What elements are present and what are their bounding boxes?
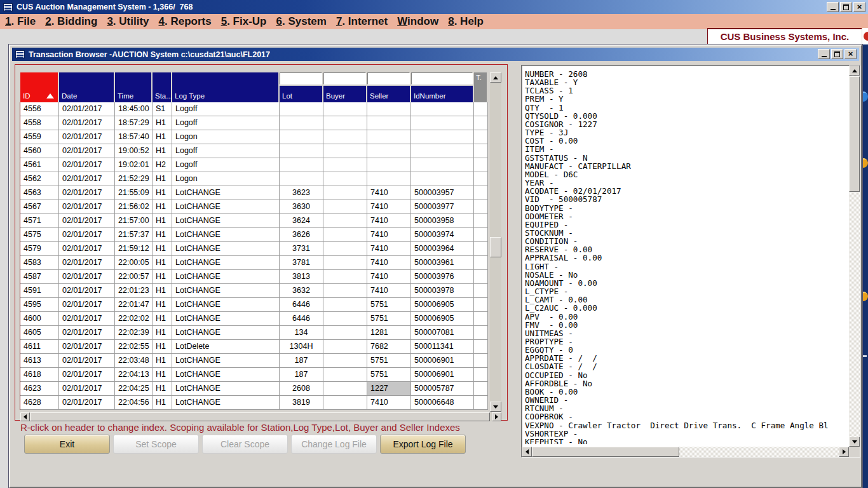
table-cell[interactable] <box>367 116 411 130</box>
table-cell[interactable]: 22:01:47 <box>115 298 153 312</box>
table-cell[interactable]: 500003977 <box>411 200 474 214</box>
table-cell[interactable]: 7682 <box>367 340 411 354</box>
table-cell[interactable]: 500003974 <box>411 228 474 242</box>
menu-item-bidding[interactable]: 2. Bidding <box>45 15 97 28</box>
menu-item-utility[interactable]: 3. Utility <box>107 15 149 28</box>
table-cell[interactable] <box>474 354 488 368</box>
table-cell[interactable]: 22:04:13 <box>115 368 153 382</box>
menu-item-indow[interactable]: Window <box>397 15 438 28</box>
table-cell[interactable]: 134 <box>280 326 323 340</box>
scrollbar-thumb[interactable] <box>532 447 679 457</box>
table-cell[interactable]: 3626 <box>280 228 323 242</box>
column-header-idnumber[interactable]: IdNumber <box>411 86 473 102</box>
table-cell[interactable]: 500006901 <box>411 354 474 368</box>
table-cell[interactable]: 7410 <box>367 256 411 270</box>
table-cell[interactable]: 1304H <box>280 340 323 354</box>
table-cell[interactable]: 02/01/2017 <box>59 228 115 242</box>
menu-item-fix-up[interactable]: 5. Fix-Up <box>221 15 267 28</box>
scroll-left-icon[interactable] <box>20 412 30 421</box>
table-cell[interactable]: 21:57:00 <box>115 214 153 228</box>
table-cell[interactable]: LotCHANGE <box>172 186 280 200</box>
table-cell[interactable]: Logon <box>172 130 280 144</box>
table-cell[interactable]: H1 <box>153 312 172 326</box>
scroll-left-icon[interactable] <box>522 447 532 457</box>
table-cell[interactable]: 3813 <box>280 270 323 284</box>
table-cell[interactable]: 4556 <box>20 102 59 116</box>
table-cell[interactable]: Logoff <box>172 144 280 158</box>
table-cell[interactable]: 02/01/2017 <box>59 116 115 130</box>
table-cell[interactable]: LotCHANGE <box>172 270 280 284</box>
table-cell[interactable]: Logon <box>172 172 280 186</box>
table-cell[interactable] <box>280 102 323 116</box>
table-cell[interactable] <box>280 130 323 144</box>
column-header-seller[interactable]: Seller <box>367 86 410 102</box>
detail-vertical-scrollbar[interactable] <box>849 65 860 447</box>
table-cell[interactable]: 500006905 <box>411 298 474 312</box>
scope-filter-idnumber[interactable] <box>411 72 473 85</box>
table-cell[interactable]: 7410 <box>367 270 411 284</box>
table-cell[interactable]: 4560 <box>20 144 59 158</box>
menu-item-file[interactable]: 1. File <box>5 15 36 28</box>
table-cell[interactable]: LotCHANGE <box>172 326 280 340</box>
table-cell[interactable]: 18:57:40 <box>115 130 153 144</box>
table-cell[interactable] <box>367 102 411 116</box>
table-cell[interactable]: 22:04:56 <box>115 396 153 410</box>
table-cell[interactable] <box>474 340 488 354</box>
table-cell[interactable]: H1 <box>153 396 172 410</box>
table-cell[interactable] <box>323 382 367 396</box>
table-cell[interactable]: LotCHANGE <box>172 312 280 326</box>
table-cell[interactable]: 5751 <box>367 298 411 312</box>
table-cell[interactable]: 4587 <box>20 270 59 284</box>
table-cell[interactable]: 02/01/2017 <box>59 200 115 214</box>
export-log-file-button[interactable]: Export Log File <box>380 435 466 454</box>
table-cell[interactable]: 02/01/2017 <box>59 298 115 312</box>
table-cell[interactable]: 7410 <box>367 214 411 228</box>
table-cell[interactable] <box>323 102 367 116</box>
table-cell[interactable] <box>323 354 367 368</box>
table-cell[interactable] <box>474 172 488 186</box>
table-cell[interactable]: 22:04:25 <box>115 382 153 396</box>
table-cell[interactable]: H1 <box>153 326 172 340</box>
table-cell[interactable]: H1 <box>153 340 172 354</box>
table-cell[interactable]: 3630 <box>280 200 323 214</box>
table-cell[interactable] <box>323 298 367 312</box>
table-cell[interactable]: 19:02:01 <box>115 158 153 172</box>
table-cell[interactable]: 500003957 <box>411 186 474 200</box>
scroll-right-icon[interactable] <box>839 447 849 457</box>
table-cell[interactable]: LotCHANGE <box>172 284 280 298</box>
table-cell[interactable]: 187 <box>280 354 323 368</box>
table-cell[interactable]: LotCHANGE <box>172 200 280 214</box>
scroll-up-icon[interactable] <box>849 65 860 76</box>
table-cell[interactable]: 02/01/2017 <box>59 340 115 354</box>
table-cell[interactable]: 7410 <box>367 186 411 200</box>
table-cell[interactable]: 500006905 <box>411 312 474 326</box>
table-cell[interactable]: 500006901 <box>411 368 474 382</box>
table-cell[interactable]: H1 <box>153 284 172 298</box>
table-cell[interactable]: 500003964 <box>411 242 474 256</box>
exit-button[interactable]: Exit <box>24 435 110 454</box>
table-cell[interactable]: LotCHANGE <box>172 298 280 312</box>
column-header-lot[interactable]: Lot <box>280 86 322 102</box>
table-cell[interactable]: 02/01/2017 <box>59 368 115 382</box>
table-cell[interactable]: 02/01/2017 <box>59 256 115 270</box>
table-cell[interactable]: H1 <box>153 186 172 200</box>
table-cell[interactable]: 02/01/2017 <box>59 382 115 396</box>
table-cell[interactable] <box>474 144 488 158</box>
table-cell[interactable] <box>474 326 488 340</box>
table-cell[interactable] <box>411 102 474 116</box>
scope-filter-seller[interactable] <box>367 72 410 85</box>
table-cell[interactable]: Logoff <box>172 116 280 130</box>
table-cell[interactable] <box>474 298 488 312</box>
column-header-t[interactable]: T. <box>474 72 487 102</box>
table-cell[interactable]: Logoff <box>172 158 280 172</box>
menu-item-help[interactable]: 8. Help <box>448 15 484 28</box>
table-cell[interactable] <box>474 270 488 284</box>
table-cell[interactable]: 02/01/2017 <box>59 102 115 116</box>
table-cell[interactable]: 7410 <box>367 228 411 242</box>
table-cell[interactable]: 19:00:52 <box>115 144 153 158</box>
table-cell[interactable]: LotCHANGE <box>172 214 280 228</box>
table-cell[interactable]: 500003961 <box>411 256 474 270</box>
table-horizontal-scrollbar[interactable] <box>20 412 501 421</box>
table-cell[interactable]: 4575 <box>20 228 59 242</box>
table-cell[interactable]: 02/01/2017 <box>59 312 115 326</box>
